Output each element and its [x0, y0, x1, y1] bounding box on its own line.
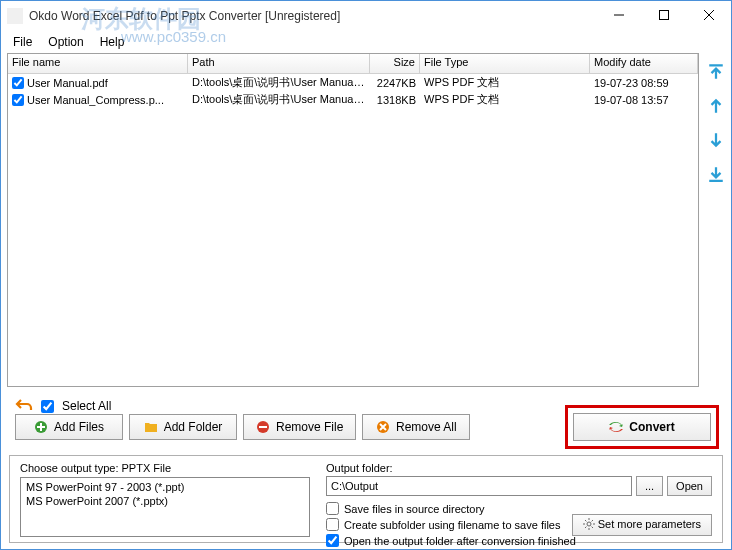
- svg-point-7: [587, 522, 591, 526]
- col-path[interactable]: Path: [188, 54, 370, 73]
- remove-all-button[interactable]: Remove All: [362, 414, 470, 440]
- close-button[interactable]: [686, 1, 731, 29]
- output-folder-label: Output folder:: [326, 462, 712, 474]
- more-parameters-label: Set more parameters: [598, 518, 701, 530]
- move-up-icon[interactable]: [707, 97, 725, 115]
- convert-button[interactable]: Convert: [573, 413, 711, 441]
- move-bottom-icon[interactable]: [707, 165, 725, 183]
- gear-icon: [583, 518, 595, 532]
- table-header: File name Path Size File Type Modify dat…: [8, 54, 698, 74]
- add-files-button[interactable]: Add Files: [15, 414, 123, 440]
- remove-file-label: Remove File: [276, 420, 343, 434]
- col-filetype[interactable]: File Type: [420, 54, 590, 73]
- move-down-icon[interactable]: [707, 131, 725, 149]
- table-body: User Manual.pdf D:\tools\桌面\说明书\User Man…: [8, 74, 698, 108]
- col-modifydate[interactable]: Modify date: [590, 54, 698, 73]
- cell-path: D:\tools\桌面\说明书\User Manual_C...: [188, 91, 370, 108]
- row-checkbox[interactable]: [12, 94, 24, 106]
- table-row[interactable]: User Manual_Compress.p... D:\tools\桌面\说明…: [8, 91, 698, 108]
- svg-rect-1: [659, 11, 668, 20]
- folder-icon: [144, 420, 158, 434]
- convert-icon: [609, 420, 623, 434]
- cell-name: User Manual.pdf: [27, 77, 108, 89]
- move-top-icon[interactable]: [707, 63, 725, 81]
- save-in-source-label: Save files in source directory: [344, 503, 485, 515]
- browse-button[interactable]: ...: [636, 476, 663, 496]
- type-option[interactable]: MS PowerPoint 97 - 2003 (*.ppt): [23, 480, 307, 494]
- col-filename[interactable]: File name: [8, 54, 188, 73]
- maximize-button[interactable]: [641, 1, 686, 29]
- open-after-checkbox[interactable]: [326, 534, 339, 547]
- col-size[interactable]: Size: [370, 54, 420, 73]
- output-folder-input[interactable]: [326, 476, 632, 496]
- output-type-value: PPTX File: [122, 462, 172, 474]
- minimize-button[interactable]: [596, 1, 641, 29]
- cell-size: 1318KB: [370, 93, 420, 107]
- output-panel: Choose output type: PPTX File MS PowerPo…: [9, 455, 723, 543]
- minus-icon: [256, 420, 270, 434]
- cell-date: 19-07-23 08:59: [590, 76, 698, 90]
- output-type-list[interactable]: MS PowerPoint 97 - 2003 (*.ppt) MS Power…: [20, 477, 310, 537]
- menu-option[interactable]: Option: [40, 33, 91, 51]
- remove-all-icon: [376, 420, 390, 434]
- convert-highlight: Convert: [565, 405, 719, 449]
- create-subfolder-label: Create subfolder using filename to save …: [344, 519, 560, 531]
- plus-icon: [34, 420, 48, 434]
- reorder-controls: [705, 63, 727, 183]
- cell-size: 2247KB: [370, 76, 420, 90]
- menu-help[interactable]: Help: [92, 33, 133, 51]
- convert-label: Convert: [629, 420, 674, 434]
- cell-path: D:\tools\桌面\说明书\User Manual.pdf: [188, 74, 370, 91]
- save-in-source-checkbox[interactable]: [326, 502, 339, 515]
- table-row[interactable]: User Manual.pdf D:\tools\桌面\说明书\User Man…: [8, 74, 698, 91]
- titlebar: Okdo Word Excel Pdf to Ppt Pptx Converte…: [1, 1, 731, 31]
- menubar: File Option Help: [1, 31, 731, 53]
- cell-type: WPS PDF 文档: [420, 74, 590, 91]
- app-icon: [7, 8, 23, 24]
- cell-name: User Manual_Compress.p...: [27, 94, 164, 106]
- add-folder-button[interactable]: Add Folder: [129, 414, 237, 440]
- window-title: Okdo Word Excel Pdf to Ppt Pptx Converte…: [29, 9, 340, 23]
- remove-all-label: Remove All: [396, 420, 457, 434]
- open-folder-button[interactable]: Open: [667, 476, 712, 496]
- more-parameters-button[interactable]: Set more parameters: [572, 514, 712, 536]
- create-subfolder-checkbox[interactable]: [326, 518, 339, 531]
- cell-type: WPS PDF 文档: [420, 91, 590, 108]
- add-folder-label: Add Folder: [164, 420, 223, 434]
- cell-date: 19-07-08 13:57: [590, 93, 698, 107]
- add-files-label: Add Files: [54, 420, 104, 434]
- file-list-panel: File name Path Size File Type Modify dat…: [7, 53, 699, 387]
- open-after-label: Open the output folder after conversion …: [344, 535, 576, 547]
- menu-file[interactable]: File: [5, 33, 40, 51]
- row-checkbox[interactable]: [12, 77, 24, 89]
- remove-file-button[interactable]: Remove File: [243, 414, 356, 440]
- output-type-label: Choose output type:: [20, 462, 118, 474]
- type-option[interactable]: MS PowerPoint 2007 (*.pptx): [23, 494, 307, 508]
